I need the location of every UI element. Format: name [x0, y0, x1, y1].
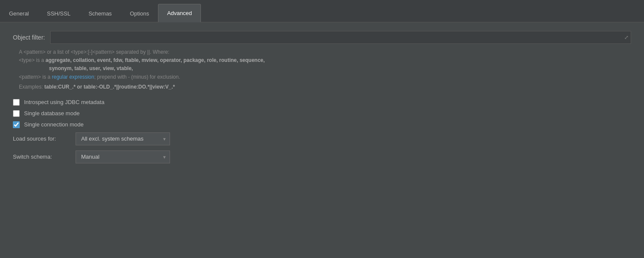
- switch-schema-select[interactable]: Manual Automatic: [76, 150, 170, 163]
- switch-schema-select-wrapper: Manual Automatic: [76, 150, 170, 163]
- tab-schemas[interactable]: Schemas: [79, 4, 121, 22]
- single-db-checkbox[interactable]: [13, 110, 20, 117]
- introspect-label[interactable]: Introspect using JDBC metadata: [24, 99, 104, 105]
- description-line4-suffix: ; prepend with - (minus) for exclusion.: [94, 74, 180, 80]
- tab-sshssl[interactable]: SSH/SSL: [38, 4, 79, 22]
- switch-schema-row: Switch schema: Manual Automatic: [13, 150, 631, 163]
- expand-icon[interactable]: ⤢: [624, 34, 629, 40]
- description-line1: A <pattern> or a list of <type>:[-]<patt…: [19, 48, 631, 56]
- description-examples: Examples: table:CUR_.* or table:-OLD_.*|…: [19, 83, 631, 91]
- load-sources-label: Load sources for:: [13, 135, 69, 142]
- object-filter-label: Object filter:: [13, 34, 45, 41]
- single-conn-checkbox[interactable]: [13, 121, 20, 128]
- description-line2: <type> is a aggregate, collation, event,…: [19, 56, 631, 64]
- single-conn-label[interactable]: Single connection mode: [24, 121, 84, 128]
- object-filter-input-wrapper: ⤢: [50, 31, 631, 44]
- description-line1-text: A <pattern> or a list of <type>:[-]<patt…: [19, 49, 169, 55]
- description-line2-prefix: <type> is a: [19, 57, 46, 63]
- checkbox-single-conn-row: Single connection mode: [13, 121, 631, 128]
- main-content: Object filter: ⤢ A <pattern> or a list o…: [0, 22, 644, 258]
- switch-schema-label: Switch schema:: [13, 154, 69, 160]
- tab-general-label: General: [9, 10, 29, 17]
- introspect-checkbox[interactable]: [13, 99, 20, 106]
- description-types-2: synonym, table, user, view, vtable,: [49, 65, 133, 71]
- object-filter-row: Object filter: ⤢: [13, 31, 631, 44]
- tab-sshssl-label: SSH/SSL: [47, 10, 70, 17]
- load-sources-select-wrapper: All excl. system schemas All None: [76, 132, 170, 145]
- load-sources-row: Load sources for: All excl. system schem…: [13, 132, 631, 145]
- description-line4: <pattern> is a regular expression; prepe…: [19, 73, 631, 81]
- tab-options-label: Options: [130, 10, 149, 17]
- tab-advanced-label: Advanced: [167, 10, 192, 16]
- tab-options[interactable]: Options: [121, 4, 158, 22]
- examples-prefix: Examples:: [19, 84, 44, 90]
- examples-code: table:CUR_.* or table:-OLD_.*||routine:D…: [44, 84, 175, 90]
- checkbox-introspect-row: Introspect using JDBC metadata: [13, 99, 631, 106]
- checkbox-single-db-row: Single database mode: [13, 110, 631, 117]
- regular-expression-link[interactable]: regular expression: [52, 74, 94, 80]
- tab-general[interactable]: General: [0, 4, 38, 22]
- load-sources-select[interactable]: All excl. system schemas All None: [76, 132, 170, 145]
- single-db-label[interactable]: Single database mode: [24, 110, 79, 117]
- description-types-1: aggregate, collation, event, fdw, ftable…: [46, 57, 265, 63]
- tabs-bar: General SSH/SSL Schemas Options Advanced: [0, 0, 644, 22]
- description-block: A <pattern> or a list of <type>:[-]<patt…: [19, 48, 631, 91]
- tab-advanced[interactable]: Advanced: [158, 4, 201, 22]
- object-filter-input[interactable]: [50, 31, 631, 44]
- description-line3: synonym, table, user, view, vtable,: [19, 64, 631, 73]
- description-line4-prefix: <pattern> is a: [19, 74, 52, 80]
- tab-schemas-label: Schemas: [88, 10, 112, 17]
